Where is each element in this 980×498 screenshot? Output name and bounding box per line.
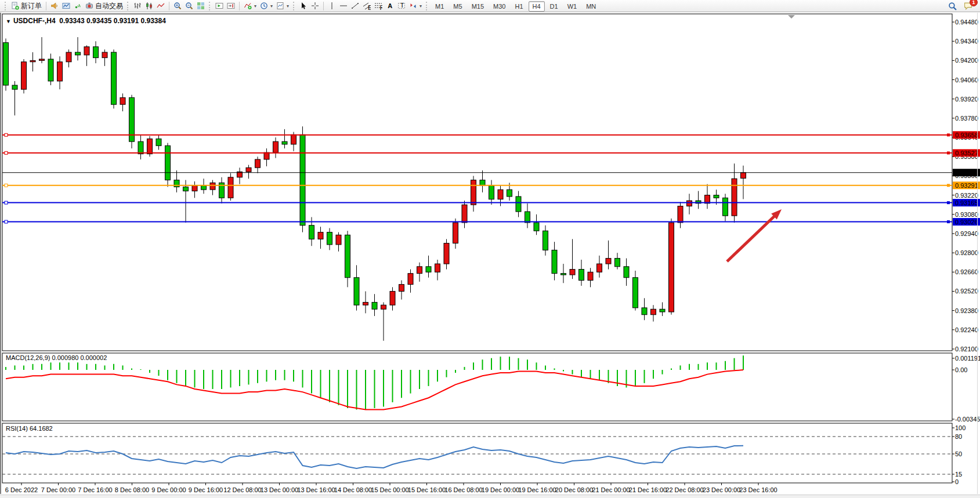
ohlc-low: 0.93191 bbox=[114, 17, 139, 25]
chart-window-icon bbox=[62, 2, 70, 10]
rsi-indicator-label: RSI(14) 64.1682 bbox=[6, 425, 53, 432]
new-order-icon bbox=[11, 2, 19, 10]
auto-scroll-icon bbox=[215, 2, 223, 10]
svg-text:19 Dec 16:00: 19 Dec 16:00 bbox=[518, 486, 556, 493]
svg-text:6 Dec 2022: 6 Dec 2022 bbox=[5, 486, 38, 493]
svg-text:0.94200: 0.94200 bbox=[955, 57, 978, 64]
svg-text:21 Dec 00:00: 21 Dec 00:00 bbox=[592, 486, 630, 493]
timeframe-H1[interactable]: H1 bbox=[511, 1, 527, 12]
svg-text:0.001191: 0.001191 bbox=[955, 355, 980, 362]
tile-windows-button[interactable] bbox=[195, 1, 207, 11]
charts-window-button[interactable] bbox=[60, 1, 72, 11]
chart-shift-icon bbox=[227, 2, 235, 10]
svg-text:0.93658: 0.93658 bbox=[955, 132, 978, 139]
svg-text:0.93291: 0.93291 bbox=[955, 182, 978, 189]
equidistant-channel-icon: E bbox=[363, 2, 371, 10]
search-button[interactable] bbox=[946, 1, 959, 11]
text-label-tool-button[interactable]: T bbox=[396, 1, 407, 11]
timeframe-M1[interactable]: M1 bbox=[431, 1, 448, 12]
svg-text:15 Dec 16:00: 15 Dec 16:00 bbox=[408, 486, 446, 493]
toolbar-separator bbox=[169, 2, 169, 10]
crosshair-tool-button[interactable] bbox=[309, 1, 321, 11]
svg-text:7 Dec 16:00: 7 Dec 16:00 bbox=[78, 486, 112, 493]
price-axis[interactable]: 0.944800.943400.942000.940600.939200.937… bbox=[952, 19, 980, 485]
channel-tool-button[interactable]: E bbox=[361, 1, 373, 11]
svg-text:23 Dec 00:00: 23 Dec 00:00 bbox=[703, 486, 740, 493]
svg-text:0.93920: 0.93920 bbox=[955, 96, 978, 103]
ohlc-open: 0.93343 bbox=[59, 17, 84, 25]
ohlc-bars-icon bbox=[133, 2, 142, 10]
horizontal-line-icon bbox=[339, 2, 348, 10]
bar-chart-type-button[interactable] bbox=[132, 1, 143, 11]
main-toolbar: 新订单 自动交易 ▾ ▾ bbox=[0, 0, 980, 12]
window-bottom-border bbox=[0, 495, 980, 498]
timeframe-MN[interactable]: MN bbox=[582, 1, 600, 12]
chart-canvas[interactable]: 0.944800.943400.942000.940600.939200.937… bbox=[0, 0, 980, 498]
line-chart-icon bbox=[157, 2, 165, 10]
zoom-in-button[interactable] bbox=[172, 1, 183, 11]
timeframe-W1[interactable]: W1 bbox=[563, 1, 581, 12]
vertical-line-tool-button[interactable] bbox=[326, 1, 338, 11]
svg-text:13 Dec 16:00: 13 Dec 16:00 bbox=[297, 486, 335, 493]
timeframe-group: M1M5M15M30H1H4D1W1MN bbox=[431, 1, 601, 11]
rsi-name: RSI(14) bbox=[6, 425, 28, 432]
toolbar-grip bbox=[5, 2, 7, 10]
svg-text:19 Dec 00:00: 19 Dec 00:00 bbox=[482, 486, 519, 493]
arrows-tool-button[interactable]: ▾ bbox=[407, 1, 424, 11]
svg-text:0.92660: 0.92660 bbox=[955, 268, 978, 275]
svg-text:0.94060: 0.94060 bbox=[955, 77, 978, 83]
svg-text:12 Dec 08:00: 12 Dec 08:00 bbox=[223, 486, 261, 493]
trendline-tool-button[interactable] bbox=[349, 1, 361, 11]
tile-windows-icon bbox=[197, 2, 205, 10]
zoom-out-button[interactable] bbox=[183, 1, 195, 11]
text-icon: A bbox=[386, 2, 394, 10]
text-label-icon: T bbox=[397, 2, 406, 10]
chart-shift-button[interactable] bbox=[225, 1, 237, 11]
auto-trading-label: 自动交易 bbox=[95, 1, 123, 11]
window-right-border bbox=[977, 13, 978, 494]
cursor-tool-button[interactable] bbox=[298, 1, 309, 11]
svg-text:-0.003457: -0.003457 bbox=[955, 416, 980, 423]
timeframe-H4[interactable]: H4 bbox=[529, 1, 545, 12]
timeframe-M5[interactable]: M5 bbox=[449, 1, 466, 12]
arrow-objects-icon bbox=[409, 2, 417, 10]
macd-values: 0.000980 0.000002 bbox=[52, 354, 107, 361]
text-tool-button[interactable]: A bbox=[384, 1, 396, 11]
cursor-icon bbox=[299, 2, 308, 10]
periods-button[interactable]: ▾ bbox=[258, 1, 274, 11]
auto-trading-button[interactable]: 自动交易 bbox=[84, 1, 125, 11]
fibonacci-tool-button[interactable]: F bbox=[373, 1, 384, 11]
search-icon bbox=[948, 2, 957, 10]
zoom-out-icon bbox=[185, 2, 193, 10]
templates-button[interactable]: ▾ bbox=[274, 1, 291, 11]
symbol-dropdown-icon[interactable]: ▼ bbox=[6, 19, 11, 24]
timeframe-D1[interactable]: D1 bbox=[546, 1, 562, 12]
sound-alert-button[interactable] bbox=[49, 1, 60, 11]
svg-text:22 Dec 08:00: 22 Dec 08:00 bbox=[666, 486, 703, 493]
rsi-value: 64.1682 bbox=[30, 425, 53, 432]
timeframe-M30[interactable]: M30 bbox=[489, 1, 509, 12]
toolbar-separator bbox=[323, 2, 324, 10]
svg-text:9 Dec 00:00: 9 Dec 00:00 bbox=[151, 486, 186, 493]
svg-text:0.92380: 0.92380 bbox=[955, 307, 978, 314]
time-axis[interactable]: 6 Dec 20227 Dec 00:007 Dec 16:008 Dec 08… bbox=[5, 483, 778, 493]
svg-text:15: 15 bbox=[955, 471, 962, 478]
new-order-button[interactable]: 新订单 bbox=[9, 1, 44, 11]
svg-text:0.94480: 0.94480 bbox=[955, 19, 978, 26]
toolbar-right-group: 1 bbox=[946, 1, 978, 11]
signal-button[interactable] bbox=[72, 1, 84, 11]
window-left-border bbox=[0, 13, 1, 494]
line-chart-type-button[interactable] bbox=[155, 1, 167, 11]
candlestick-chart-type-button[interactable] bbox=[143, 1, 155, 11]
toolbar-separator bbox=[46, 2, 46, 10]
horizontal-line-tool-button[interactable] bbox=[338, 1, 349, 11]
signal-icon bbox=[74, 2, 82, 10]
toolbar-grip bbox=[426, 2, 428, 10]
macd-name: MACD(12,26,9) bbox=[6, 354, 50, 361]
svg-text:16 Dec 08:00: 16 Dec 08:00 bbox=[444, 486, 482, 493]
notifications-button[interactable]: 1 bbox=[962, 1, 974, 11]
new-order-label: 新订单 bbox=[21, 1, 42, 11]
auto-scroll-button[interactable] bbox=[214, 1, 225, 11]
timeframe-M15[interactable]: M15 bbox=[468, 1, 488, 12]
indicators-button[interactable]: ▾ bbox=[242, 1, 258, 11]
